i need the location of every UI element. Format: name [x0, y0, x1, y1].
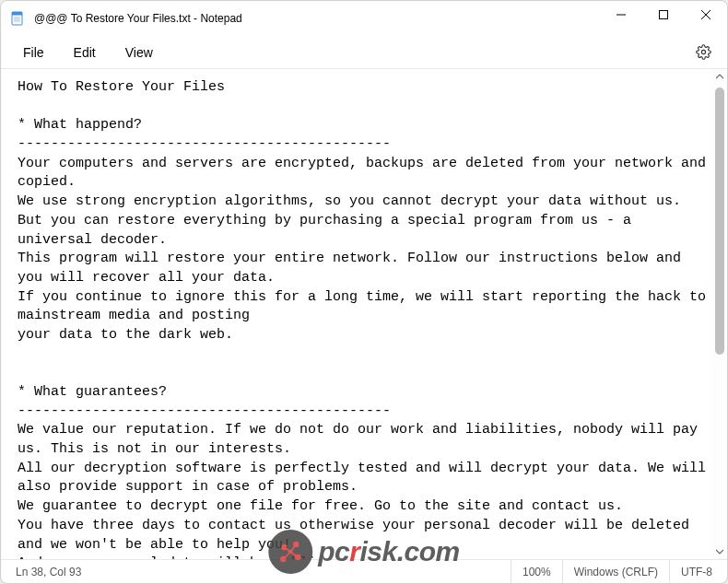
minimize-button[interactable]	[600, 1, 642, 29]
text-editor[interactable]: How To Restore Your Files * What happend…	[1, 69, 712, 559]
chevron-down-icon	[716, 548, 723, 555]
scroll-thumb[interactable]	[715, 88, 724, 355]
status-line-ending: Windows (CRLF)	[562, 560, 669, 583]
status-encoding: UTF-8	[669, 560, 723, 583]
statusbar: Ln 38, Col 93 100% Windows (CRLF) UTF-8	[1, 559, 727, 583]
menu-view[interactable]: View	[111, 40, 168, 65]
window-title: @@@ To Restore Your Files.txt - Notepad	[34, 12, 242, 25]
menu-file[interactable]: File	[8, 40, 59, 65]
scroll-down-button[interactable]	[712, 544, 727, 559]
notepad-window: @@@ To Restore Your Files.txt - Notepad …	[0, 0, 728, 584]
status-zoom[interactable]: 100%	[511, 560, 562, 583]
svg-point-9	[701, 50, 705, 53]
menu-edit[interactable]: Edit	[59, 40, 111, 65]
svg-rect-6	[660, 11, 668, 19]
app-icon	[10, 11, 25, 26]
maximize-icon	[659, 10, 668, 19]
settings-button[interactable]	[687, 36, 720, 69]
close-button[interactable]	[685, 1, 727, 29]
maximize-button[interactable]	[642, 1, 685, 29]
menubar: File Edit View	[1, 36, 727, 69]
vertical-scrollbar[interactable]	[712, 69, 727, 559]
chevron-up-icon	[716, 73, 723, 80]
window-controls	[600, 1, 727, 36]
minimize-icon	[616, 10, 626, 19]
gear-icon	[696, 44, 711, 60]
svg-rect-1	[12, 12, 22, 16]
scroll-up-button[interactable]	[712, 69, 727, 84]
status-cursor-position: Ln 38, Col 93	[5, 560, 92, 583]
editor-area: How To Restore Your Files * What happend…	[1, 69, 727, 559]
titlebar: @@@ To Restore Your Files.txt - Notepad	[1, 1, 727, 36]
close-icon	[701, 10, 710, 19]
